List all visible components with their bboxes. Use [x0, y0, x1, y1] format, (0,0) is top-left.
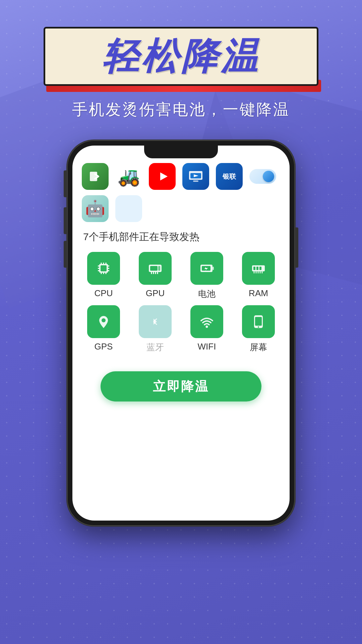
svg-rect-28 [213, 267, 214, 270]
component-ram[interactable]: RAM [235, 252, 282, 300]
component-bluetooth[interactable]: 蓝牙 [132, 305, 178, 353]
svg-rect-34 [259, 267, 261, 270]
component-screen[interactable]: 屏幕 [235, 305, 282, 353]
title-banner: 轻松降温 [44, 27, 318, 86]
ram-label: RAM [249, 288, 268, 299]
battery-icon-box [190, 252, 223, 285]
main-title: 轻松降温 [62, 38, 300, 75]
component-gpu[interactable]: GPU [132, 252, 178, 300]
svg-marker-1 [160, 172, 168, 180]
component-battery[interactable]: 电池 [184, 252, 230, 300]
screen-icon-box [242, 305, 275, 338]
components-grid: CPU [72, 252, 290, 361]
svg-rect-32 [253, 267, 255, 270]
svg-rect-3 [193, 180, 198, 182]
svg-point-44 [258, 326, 259, 328]
cpu-label: CPU [95, 288, 113, 299]
svg-rect-43 [255, 317, 262, 326]
heating-notice: 7个手机部件正在导致发热 [72, 230, 290, 252]
component-wifi[interactable]: WIFI [184, 305, 230, 353]
cta-button[interactable]: 立即降温 [101, 371, 261, 401]
phone-mockup: 🚜 [54, 140, 308, 526]
app-icon-tv[interactable] [182, 163, 209, 190]
app-icon-unionpay[interactable]: 银联 [216, 163, 243, 190]
app-icon-truck[interactable]: 🚜 [115, 163, 142, 190]
gps-icon-box [87, 305, 120, 338]
svg-point-40 [102, 318, 106, 322]
bluetooth-icon-box [139, 305, 172, 338]
toggle-circle [263, 171, 274, 182]
bluetooth-label: 蓝牙 [146, 341, 164, 353]
app-icons-row-2: 🤖 [72, 195, 290, 230]
component-gps[interactable]: GPS [80, 305, 127, 353]
svg-rect-22 [158, 266, 160, 271]
app-icon-empty[interactable] [115, 195, 142, 222]
screen-label: 屏幕 [250, 341, 267, 353]
svg-rect-33 [256, 267, 258, 270]
phone-notch [144, 146, 218, 158]
component-cpu[interactable]: CPU [80, 252, 127, 300]
app-toggle[interactable] [249, 169, 276, 184]
svg-rect-0 [90, 172, 97, 181]
ram-icon-box [242, 252, 275, 285]
svg-point-41 [206, 326, 208, 328]
gps-label: GPS [95, 341, 113, 352]
gpu-label: GPU [146, 288, 165, 299]
cpu-icon-box [87, 252, 120, 285]
phone-screen: 🚜 [72, 146, 290, 521]
gpu-icon-box [139, 252, 172, 285]
phone-frame: 🚜 [67, 140, 295, 526]
app-icon-robot[interactable]: 🤖 [82, 195, 109, 222]
wifi-icon-box [190, 305, 223, 338]
svg-rect-7 [101, 265, 107, 271]
svg-rect-21 [150, 266, 158, 271]
app-icon-share[interactable] [82, 163, 109, 190]
subtitle: 手机发烫伤害电池，一键降温 [72, 99, 290, 120]
app-icon-youtube[interactable] [149, 163, 176, 190]
wifi-label: WIFI [198, 341, 216, 352]
battery-label: 电池 [198, 288, 216, 300]
